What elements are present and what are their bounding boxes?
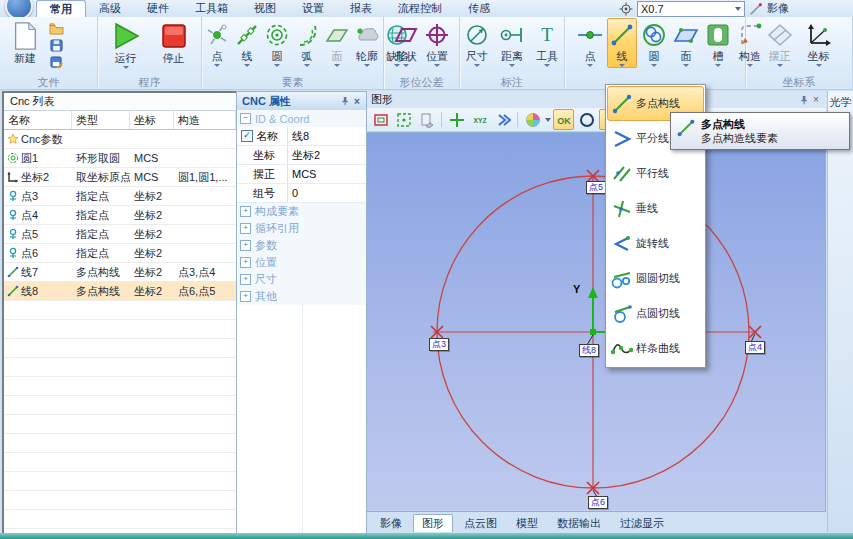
property-row-2[interactable]: 坐标坐标2 — [237, 146, 366, 165]
toolbar-ellipse-tool-button[interactable] — [576, 109, 597, 130]
point-label-p4[interactable]: 点4 — [745, 341, 765, 354]
ribbon-tab-6[interactable]: 设置 — [289, 0, 337, 17]
menu-item-rotate-line[interactable]: 旋转线 — [607, 226, 704, 261]
expand-plus-icon[interactable]: + — [240, 240, 251, 251]
ribbon-button-feature-contour[interactable]: 轮廓 — [352, 18, 382, 68]
ribbon-button-construct-slot[interactable]: 槽 — [703, 18, 733, 68]
toolbar-crop-view-button[interactable] — [370, 109, 391, 130]
view-tab-1[interactable]: 影像 — [372, 515, 410, 532]
ribbon-tab-1[interactable]: 常用 — [36, 0, 86, 18]
save-file-icon[interactable] — [48, 38, 65, 53]
cnc-table-row[interactable]: 线7多点构线坐标2点3,点4 — [4, 263, 236, 282]
toolbar-color-palette-button[interactable] — [522, 109, 543, 130]
property-row-1[interactable]: ✓名称线8 — [237, 127, 366, 146]
save-as-icon[interactable] — [48, 55, 65, 70]
cnc-empty-row — [4, 339, 236, 358]
collapsed-section-3[interactable]: +参数 — [237, 237, 366, 254]
view-tab-3[interactable]: 点云图 — [456, 515, 505, 532]
column-header-name[interactable]: 名称 — [4, 111, 72, 129]
collapsed-section-1[interactable]: +构成要素 — [237, 203, 366, 220]
open-folder-icon[interactable] — [48, 21, 65, 36]
property-row-3[interactable]: 摆正MCS — [237, 165, 366, 184]
collapsed-section-4[interactable]: +位置 — [237, 254, 366, 271]
ribbon-button-construct-point[interactable]: 点 — [575, 18, 605, 68]
view-tab-6[interactable]: 过滤显示 — [612, 515, 672, 532]
caret-icon[interactable] — [545, 118, 551, 122]
ribbon-tab-3[interactable]: 硬件 — [134, 0, 182, 17]
menu-item-circle-circle-tangent[interactable]: 圆圆切线 — [607, 261, 704, 296]
ribbon-button-feature-circle[interactable]: 圆 — [262, 18, 292, 68]
cnc-table-row[interactable]: Cnc参数 — [4, 130, 236, 149]
section-id-coord[interactable]: − ID & Coord — [237, 110, 366, 127]
ribbon-button-feature-point[interactable]: 点 — [202, 18, 232, 68]
property-row-4[interactable]: 组号0 — [237, 184, 366, 203]
ribbon-tab-5[interactable]: 视图 — [241, 0, 289, 17]
toolbar-confirm-ok-button[interactable]: OK — [553, 109, 574, 130]
point-label-p6[interactable]: 点6 — [588, 496, 608, 509]
ribbon-button-dim-tool[interactable]: T工具 — [532, 18, 563, 68]
ribbon-button-construct-plane[interactable]: 面 — [671, 18, 701, 68]
menu-item-point-circle-tangent[interactable]: 点圆切线 — [607, 296, 704, 331]
ribbon-button-construct-circle[interactable]: 圆 — [639, 18, 669, 68]
close-icon[interactable]: × — [810, 94, 822, 106]
toolbar-xyz-display-button[interactable]: XYZ — [469, 109, 490, 130]
ribbon-button-feature-line[interactable]: 线 — [232, 18, 262, 68]
point-label-p3[interactable]: 点3 — [429, 338, 449, 351]
toolbar-select-arrow-button[interactable] — [492, 109, 513, 130]
pin-icon[interactable] — [339, 95, 351, 107]
ribbon-tab-2[interactable]: 高级 — [86, 0, 134, 17]
toolbar-copy-view-button[interactable] — [416, 109, 437, 130]
view-tab-2[interactable]: 图形 — [413, 514, 453, 532]
ribbon-tab-4[interactable]: 工具箱 — [182, 0, 241, 17]
ribbon-button-tol-position[interactable]: 位置 — [422, 18, 453, 68]
ribbon-button-tol-shape[interactable]: 形状 — [391, 18, 422, 68]
collapse-minus-icon[interactable]: − — [240, 113, 251, 124]
toolbar-add-cross-button[interactable] — [446, 109, 467, 130]
view-tab-5[interactable]: 数据输出 — [549, 515, 609, 532]
expand-plus-icon[interactable]: + — [240, 223, 251, 234]
close-icon[interactable]: × — [351, 95, 363, 107]
collapsed-section-2[interactable]: +循环引用 — [237, 220, 366, 237]
expand-plus-icon[interactable]: + — [240, 291, 251, 302]
column-header-type[interactable]: 类型 — [72, 111, 130, 129]
column-header-coord[interactable]: 坐标 — [130, 111, 174, 129]
cnc-table-row[interactable]: 点3指定点坐标2 — [4, 187, 236, 206]
menu-item-spline-curve[interactable]: 样条曲线 — [607, 331, 704, 366]
ribbon-button-feature-plane[interactable]: 面 — [322, 18, 352, 68]
collapsed-section-6[interactable]: +其他 — [237, 288, 366, 305]
ribbon-button-dim-distance[interactable]: 距离 — [497, 18, 528, 68]
view-tab-4[interactable]: 模型 — [508, 515, 546, 532]
checked-checkbox[interactable]: ✓ — [241, 130, 253, 142]
cnc-table-row[interactable]: 点5指定点坐标2 — [4, 225, 236, 244]
ribbon-tab-7[interactable]: 报表 — [337, 0, 385, 17]
cnc-table-row[interactable]: 点6指定点坐标2 — [4, 244, 236, 263]
cnc-table-row[interactable]: 线8多点构线坐标2点6,点5 — [4, 282, 236, 301]
ribbon-button-construct-line[interactable]: 线 — [607, 18, 637, 68]
cnc-table-row[interactable]: 圆1环形取圆MCS — [4, 149, 236, 168]
ribbon-button-coord-axes[interactable]: 坐标 — [803, 18, 834, 68]
run-button[interactable]: 运行 — [105, 18, 147, 69]
column-header-construct[interactable]: 构造 — [174, 111, 236, 129]
ribbon-tab-8[interactable]: 流程控制 — [385, 0, 455, 17]
menu-item-perpendicular-line[interactable]: 垂线 — [607, 191, 704, 226]
menu-item-parallel-line[interactable]: 平行线 — [607, 156, 704, 191]
expand-plus-icon[interactable]: + — [240, 257, 251, 268]
new-button[interactable]: 新建 — [4, 18, 46, 65]
expand-plus-icon[interactable]: + — [240, 274, 251, 285]
magnification-select[interactable]: X0.7 — [637, 1, 745, 17]
graphics-canvas[interactable]: 点5 点3 点4 点6 线8 Y — [367, 132, 826, 512]
ribbon-tab-9[interactable]: 传感 — [455, 0, 503, 17]
ribbon-button-feature-arc[interactable]: 弧 — [292, 18, 322, 68]
ribbon-button-align-axes[interactable]: 摆正 — [764, 18, 795, 68]
toolbar-zoom-extents-button[interactable] — [393, 109, 414, 130]
pin-icon[interactable] — [798, 94, 810, 106]
collapsed-section-5[interactable]: +尺寸 — [237, 271, 366, 288]
point-label-p5[interactable]: 点5 — [586, 181, 606, 194]
expand-plus-icon[interactable]: + — [240, 206, 251, 217]
optical-panel-tab[interactable]: 光学 — [827, 91, 853, 532]
cnc-table-row[interactable]: 点4指定点坐标2 — [4, 206, 236, 225]
stop-button[interactable]: 停止 — [153, 18, 195, 65]
line-label-l8[interactable]: 线8 — [579, 344, 599, 357]
cnc-table-row[interactable]: 坐标2取坐标原点MCS圆1,圆1,... — [4, 168, 236, 187]
ribbon-button-dim-size[interactable]: 尺寸 — [462, 18, 493, 68]
